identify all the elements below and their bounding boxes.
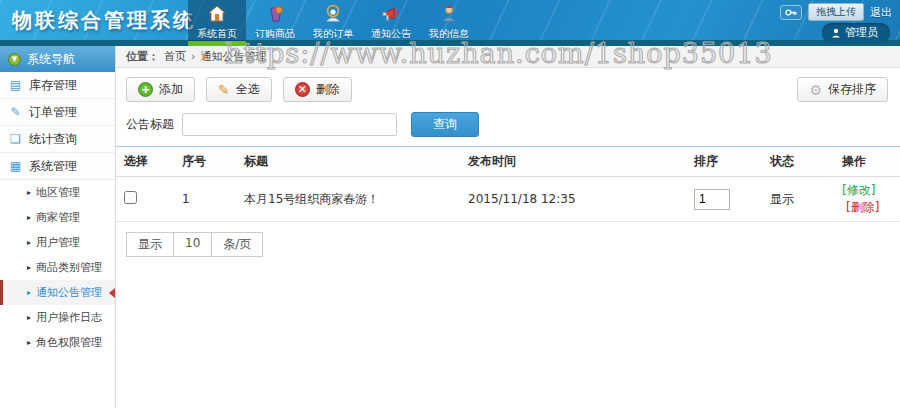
current-user-badge[interactable]: 管理员 — [822, 23, 890, 43]
col-status: 状态 — [762, 147, 834, 177]
sidebar-sub-roles[interactable]: ▸ 角色权限管理 — [0, 330, 115, 355]
pagination-show-label: 显示 — [127, 233, 173, 256]
save-sort-button[interactable]: ⚙ 保存排序 — [797, 77, 888, 102]
row-title: 本月15号组织商家春游！ — [236, 177, 460, 222]
select-all-button[interactable]: ✎ 全选 — [206, 77, 272, 102]
add-button-label: 添加 — [159, 81, 183, 98]
tab-shop[interactable]: 订购商品 — [246, 0, 304, 46]
sidebar-sub-label: 地区管理 — [36, 185, 80, 200]
key-icon[interactable] — [780, 5, 802, 20]
col-sort: 排序 — [686, 147, 762, 177]
per-page-value[interactable]: 10 — [173, 233, 212, 256]
tab-label: 我的订单 — [304, 27, 362, 41]
caret-right-icon: ▸ — [27, 338, 31, 347]
col-time: 发布时间 — [460, 147, 686, 177]
col-select: 选择 — [116, 147, 174, 177]
row-edit-link[interactable]: [修改] — [842, 183, 875, 197]
tab-label: 我的信息 — [420, 27, 478, 41]
breadcrumb-current: 通知公告管理 — [200, 49, 266, 64]
sidebar-item-label: 系统管理 — [29, 158, 77, 175]
sidebar-sub-label: 用户管理 — [36, 235, 80, 250]
stats-icon: ❏ — [9, 132, 22, 146]
sidebar-item-order[interactable]: ✎ 订单管理 — [0, 99, 115, 126]
row-checkbox[interactable] — [124, 191, 137, 204]
tab-announcements[interactable]: 通知公告 — [362, 0, 420, 46]
delete-button[interactable]: ✕ 删除 — [283, 77, 352, 102]
toolbar: + 添加 ✎ 全选 ✕ 删除 ⚙ 保存排序 — [116, 68, 900, 108]
person-icon — [831, 28, 841, 38]
tab-orders[interactable]: 我的订单 — [304, 0, 362, 46]
app-window: 物联综合管理系统 系统首页 订购商品 我的订单 — [0, 0, 900, 408]
breadcrumb-prefix: 位置： — [126, 49, 159, 64]
shop-icon — [246, 3, 304, 25]
breadcrumb: 位置： 首页 › 通知公告管理 — [116, 46, 900, 68]
sidebar-sub-category[interactable]: ▸ 商品类别管理 — [0, 255, 115, 280]
sidebar-item-system[interactable]: ▦ 系统管理 — [0, 153, 115, 180]
chevron-down-icon: ▼ — [8, 53, 21, 66]
header-right-controls: 拖拽上传 退出 — [780, 3, 892, 21]
caret-right-icon: ▸ — [27, 238, 31, 247]
col-ops: 操作 — [834, 147, 900, 177]
drag-upload-button[interactable]: 拖拽上传 — [808, 3, 864, 21]
col-title: 标题 — [236, 147, 460, 177]
table-header-row: 选择 序号 标题 发布时间 排序 状态 操作 — [116, 147, 900, 177]
row-delete-link[interactable]: [删除] — [846, 200, 879, 214]
sidebar-sub-logs[interactable]: ▸ 用户操作日志 — [0, 305, 115, 330]
tab-label: 通知公告 — [362, 27, 420, 41]
sidebar-item-label: 订单管理 — [29, 104, 77, 121]
app-header: 物联综合管理系统 系统首页 订购商品 我的订单 — [0, 0, 900, 46]
breadcrumb-home-link[interactable]: 首页 — [164, 49, 186, 64]
user-icon — [420, 3, 478, 25]
sidebar-sub-merchant[interactable]: ▸ 商家管理 — [0, 205, 115, 230]
caret-right-icon: ▸ — [27, 213, 31, 222]
announcement-table: 选择 序号 标题 发布时间 排序 状态 操作 1 本月15号组织商家春游！ 2 — [116, 146, 900, 222]
order-icon — [304, 3, 362, 25]
sidebar-header[interactable]: ▼ 系统导航 — [0, 46, 115, 72]
megaphone-icon — [362, 3, 420, 25]
sidebar-item-label: 统计查询 — [29, 131, 77, 148]
caret-right-icon: ▸ — [27, 288, 31, 297]
row-status: 显示 — [762, 177, 834, 222]
sidebar-item-label: 库存管理 — [29, 77, 77, 94]
top-nav: 系统首页 订购商品 我的订单 通知公告 — [188, 0, 478, 46]
search-label: 公告标题 — [126, 116, 174, 133]
sidebar: ▼ 系统导航 ▤ 库存管理 ✎ 订单管理 ❏ 统计查询 ▦ 系统管理 ▸ 地区管 — [0, 46, 116, 408]
sidebar-sub-announcement[interactable]: ▸ 通知公告管理 — [0, 280, 115, 305]
gear-icon: ⚙ — [809, 82, 822, 98]
query-button[interactable]: 查询 — [411, 112, 479, 137]
caret-right-icon: ▸ — [27, 188, 31, 197]
col-number: 序号 — [174, 147, 236, 177]
sidebar-header-label: 系统导航 — [27, 51, 75, 68]
tab-home[interactable]: 系统首页 — [188, 0, 246, 46]
sidebar-sub-user[interactable]: ▸ 用户管理 — [0, 230, 115, 255]
caret-right-icon: ▸ — [27, 263, 31, 272]
tab-profile[interactable]: 我的信息 — [420, 0, 478, 46]
plus-icon: + — [138, 82, 153, 97]
sidebar-sub-label: 角色权限管理 — [36, 335, 102, 350]
table-row: 1 本月15号组织商家春游！ 2015/11/18 12:35 显示 [修改] … — [116, 177, 900, 222]
save-sort-label: 保存排序 — [828, 81, 876, 98]
tab-label: 系统首页 — [188, 27, 246, 41]
delete-button-label: 删除 — [316, 81, 340, 98]
tab-label: 订购商品 — [246, 27, 304, 41]
sidebar-sub-label: 用户操作日志 — [36, 310, 102, 325]
breadcrumb-separator: › — [191, 50, 195, 63]
sidebar-sub-label: 商品类别管理 — [36, 260, 102, 275]
row-number: 1 — [174, 177, 236, 222]
row-time: 2015/11/18 12:35 — [460, 177, 686, 222]
logout-button[interactable]: 退出 — [870, 5, 892, 20]
add-button[interactable]: + 添加 — [126, 77, 195, 102]
sidebar-item-stats[interactable]: ❏ 统计查询 — [0, 126, 115, 153]
pencil-icon: ✎ — [218, 82, 230, 98]
pagination: 显示 10 条/页 — [126, 232, 263, 257]
sidebar-sub-label: 商家管理 — [36, 210, 80, 225]
pagination-unit-label: 条/页 — [212, 233, 262, 256]
sidebar-sub-region[interactable]: ▸ 地区管理 — [0, 180, 115, 205]
system-icon: ▦ — [9, 159, 22, 173]
sidebar-sub-label: 通知公告管理 — [36, 285, 102, 300]
select-all-label: 全选 — [236, 81, 260, 98]
announcement-title-input[interactable] — [182, 113, 397, 136]
caret-right-icon: ▸ — [27, 313, 31, 322]
sidebar-item-inventory[interactable]: ▤ 库存管理 — [0, 72, 115, 99]
row-sort-input[interactable] — [694, 189, 730, 210]
